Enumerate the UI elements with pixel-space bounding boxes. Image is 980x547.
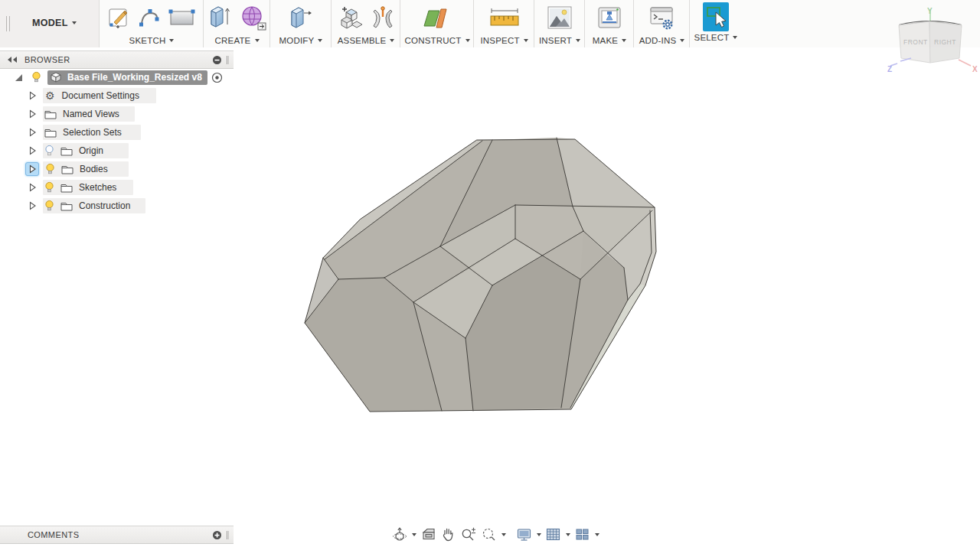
visibility-bulb-icon[interactable] [44,200,54,212]
chevron-down-icon [524,39,528,42]
toolbar-group-create: CREATE [203,0,270,47]
select-menu[interactable]: SELECT [694,31,738,43]
grid-display-icon[interactable] [545,526,570,543]
joint-icon[interactable] [371,4,394,31]
insert-image-icon[interactable] [546,4,573,31]
folder-icon [60,201,73,211]
folder-icon [60,183,73,193]
modify-menu[interactable]: MODIFY [279,34,323,46]
scripts-and-addins-icon[interactable] [648,4,676,31]
activate-radio-icon[interactable] [211,72,223,83]
3d-model-viewport[interactable] [299,130,662,417]
press-pull-icon[interactable] [287,3,315,32]
axis-z-label: Z [887,65,892,73]
axis-x-label: X [972,65,978,73]
folder-icon [61,164,74,174]
toolbar-group-make: MAKE [584,0,634,47]
chevron-down-icon [318,39,322,42]
collapse-panel-icon[interactable] [6,56,18,63]
visibility-bulb-icon[interactable] [44,181,54,194]
chevron-down-icon [622,39,626,42]
add-comment-icon[interactable] [212,530,222,540]
create-form-icon[interactable] [240,3,267,32]
gear-icon: ⚙ [45,90,55,101]
chevron-down-icon [566,533,570,536]
chevron-down-icon [537,533,541,536]
sketch-menu[interactable]: SKETCH [129,34,175,46]
orbit-icon[interactable] [391,526,416,543]
insert-menu[interactable]: INSERT [539,34,580,46]
folder-icon [44,109,57,119]
assemble-menu[interactable]: ASSEMBLE [338,34,395,46]
comments-panel-header[interactable]: COMMENTS [0,526,234,544]
visibility-bulb-icon[interactable] [45,163,55,175]
inspect-menu[interactable]: INSPECT [480,34,528,46]
three-point-arc-icon[interactable] [137,5,162,31]
chevron-down-icon [412,533,416,536]
navigation-toolbar [391,526,599,544]
bodies-expand-arrow-highlighted[interactable] [25,162,39,176]
zoom-window-icon[interactable] [481,526,506,543]
view-cube[interactable]: Y Z X FRONT RIGHT [887,5,980,77]
body-rock-model[interactable] [305,138,656,412]
chevron-down-icon [733,36,737,39]
expand-arrow-icon[interactable] [29,183,36,192]
expand-arrow-icon [29,164,36,174]
workspace-dropdown[interactable]: MODEL [32,18,77,28]
viewcube-right-face[interactable]: RIGHT [934,38,956,46]
viewcube-front-face[interactable]: FRONT [903,38,928,46]
viewports-icon[interactable] [574,526,599,543]
construct-menu[interactable]: CONSTRUCT [405,34,470,46]
tree-row-sketches[interactable]: Sketches [0,178,234,197]
display-settings-icon[interactable] [516,526,541,543]
tree-row-document-settings[interactable]: ⚙ Document Settings [0,86,234,105]
pan-icon[interactable] [440,526,456,543]
tree-row-named-views[interactable]: Named Views [0,105,234,123]
comments-panel-title: COMMENTS [28,530,79,539]
active-component-row[interactable]: Base File_Working_Resized v8 [47,70,207,85]
tree-row-selection-sets[interactable]: Selection Sets [0,123,234,142]
two-point-rectangle-icon[interactable] [168,6,196,29]
extrude-icon[interactable] [207,3,233,32]
workspace-switcher-block: MODEL [0,0,99,47]
tree-row-construction[interactable]: Construction [0,197,234,215]
collapse-arrow-icon[interactable] [15,73,23,82]
create-sketch-icon[interactable] [107,4,130,31]
create-menu[interactable]: CREATE [215,34,260,46]
panel-resize-grip[interactable] [227,531,227,539]
chevron-down-icon [576,39,580,42]
new-component-icon[interactable] [338,3,364,32]
tree-row-origin[interactable]: Origin [0,142,234,160]
toolbar-grip[interactable] [6,16,7,31]
expand-arrow-icon[interactable] [29,146,36,155]
tree-row-bodies[interactable]: Bodies [0,160,234,178]
construction-plane-icon[interactable] [423,3,452,32]
3d-print-icon[interactable] [596,4,623,31]
document-name: Base File_Working_Resized v8 [67,72,202,83]
zoom-icon[interactable] [460,526,477,543]
folder-icon [60,146,73,156]
chevron-down-icon [595,533,599,536]
visibility-bulb-off-icon[interactable] [44,145,54,157]
chevron-down-icon [169,39,174,42]
browser-panel-title: BROWSER [24,55,70,64]
look-at-icon[interactable] [420,526,436,543]
toolbar-grip[interactable] [9,16,10,31]
browser-tree: Base File_Working_Resized v8 ⚙ Document … [0,68,234,215]
expand-arrow-icon[interactable] [29,201,36,210]
browser-panel-header[interactable]: BROWSER [0,50,234,69]
chevron-down-icon [390,39,394,42]
make-menu[interactable]: MAKE [593,34,626,46]
visibility-bulb-icon[interactable] [31,71,41,83]
addins-menu[interactable]: ADD-INS [639,34,685,46]
chevron-down-icon [466,39,470,42]
remove-panel-icon[interactable] [212,55,222,65]
tree-row-root[interactable]: Base File_Working_Resized v8 [0,68,234,86]
panel-resize-grip[interactable] [227,56,227,64]
measure-icon[interactable] [487,5,522,31]
chevron-down-icon [680,39,684,42]
expand-arrow-icon[interactable] [29,128,36,137]
expand-arrow-icon[interactable] [29,91,36,100]
select-tool-active[interactable] [703,2,729,31]
expand-arrow-icon[interactable] [29,109,36,119]
